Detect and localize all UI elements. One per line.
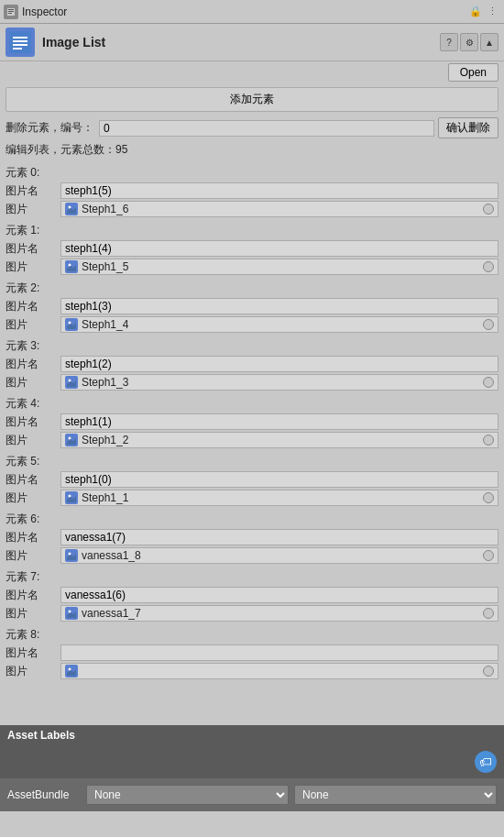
- field-row-image-0: 图片 Steph1_6: [5, 201, 499, 217]
- field-row-image-4: 图片 Steph1_2: [5, 432, 499, 448]
- delete-row: 删除元素，编号： 0 确认删除: [5, 117, 499, 138]
- field-label-image-0: 图片: [5, 202, 60, 217]
- field-input-imagename-3[interactable]: [60, 356, 499, 372]
- field-input-image-1: Steph1_5: [60, 259, 499, 275]
- asset-bundle-section: AssetBundle None None: [0, 778, 504, 811]
- field-input-imagename-8[interactable]: [60, 644, 499, 661]
- elements-container: 元素 0: 图片名 图片 Steph1_6 元素 1: 图片名: [5, 165, 499, 679]
- help-icon[interactable]: ?: [440, 33, 458, 51]
- element-block-4: 元素 4: 图片名 图片 Steph1_2: [5, 396, 499, 448]
- field-row-imagename-5: 图片名: [5, 471, 499, 488]
- field-label-image-8: 图片: [5, 664, 60, 679]
- field-input-image-5: Steph1_1: [60, 490, 499, 506]
- element-label-8: 元素 8:: [5, 627, 499, 643]
- asset-icon: [5, 28, 35, 57]
- field-input-imagename-2[interactable]: [60, 298, 499, 314]
- settings-icon[interactable]: ⚙: [460, 33, 478, 51]
- header-row: Image List ? ⚙ ▲: [0, 24, 504, 61]
- element-block-3: 元素 3: 图片名 图片 Steph1_3: [5, 338, 499, 391]
- lock-icon[interactable]: 🔒: [467, 4, 484, 20]
- title-bar-label: Inspector: [22, 6, 67, 18]
- field-label-imagename-3: 图片名: [5, 357, 60, 372]
- image-value-4: Steph1_2: [82, 434, 128, 446]
- image-value-6: vanessa1_8: [82, 549, 141, 562]
- svg-rect-7: [13, 40, 27, 42]
- confirm-delete-button[interactable]: 确认删除: [438, 117, 499, 138]
- image-thumbnail-icon-6: [65, 549, 78, 562]
- field-label-image-3: 图片: [5, 375, 60, 391]
- add-element-button[interactable]: 添加元素: [5, 87, 499, 112]
- edit-info: 编辑列表，元素总数：95: [5, 142, 499, 158]
- main-content[interactable]: 添加元素 删除元素，编号： 0 确认删除 编辑列表，元素总数：95 元素 0: …: [0, 83, 504, 725]
- field-input-imagename-7[interactable]: [60, 587, 499, 603]
- svg-rect-2: [8, 9, 14, 10]
- image-value-0: Steph1_6: [82, 203, 128, 215]
- svg-rect-4: [8, 13, 12, 14]
- field-label-imagename-6: 图片名: [5, 530, 60, 545]
- delete-label: 删除元素，编号：: [5, 120, 93, 136]
- field-label-image-7: 图片: [5, 606, 60, 622]
- pick-circle-5[interactable]: [483, 492, 494, 503]
- field-row-imagename-3: 图片名: [5, 356, 499, 372]
- field-row-imagename-8: 图片名: [5, 644, 499, 661]
- field-input-image-6: vanessa1_8: [60, 547, 499, 564]
- pick-circle-8[interactable]: [483, 666, 494, 677]
- open-button-row: Open: [0, 61, 504, 83]
- image-thumbnail-icon-1: [65, 260, 78, 273]
- field-input-imagename-5[interactable]: [60, 471, 499, 488]
- pick-circle-4[interactable]: [483, 435, 494, 446]
- field-row-imagename-1: 图片名: [5, 240, 499, 257]
- header-icons: ? ⚙ ▲: [440, 33, 499, 51]
- asset-bundle-label: AssetBundle: [7, 788, 81, 801]
- field-label-imagename-7: 图片名: [5, 588, 60, 603]
- element-label-7: 元素 7:: [5, 569, 499, 585]
- delete-index-input[interactable]: 0: [99, 120, 434, 137]
- pick-circle-3[interactable]: [483, 377, 494, 388]
- field-label-imagename-4: 图片名: [5, 414, 60, 430]
- field-input-imagename-0[interactable]: [60, 182, 499, 199]
- arrow-up-icon[interactable]: ▲: [480, 33, 499, 51]
- image-thumbnail-icon-8: [65, 665, 78, 677]
- field-input-imagename-4[interactable]: [60, 413, 499, 430]
- image-thumbnail-icon-3: [65, 376, 78, 389]
- title-bar: Inspector 🔒 ⋮: [0, 0, 504, 24]
- field-input-image-2: Steph1_4: [60, 316, 499, 333]
- open-button[interactable]: Open: [448, 63, 499, 82]
- asset-labels-label: Asset Labels: [7, 729, 75, 742]
- field-row-imagename-4: 图片名: [5, 413, 499, 430]
- asset-labels-content: 🏷: [0, 745, 504, 778]
- pick-circle-1[interactable]: [483, 261, 494, 272]
- field-label-imagename-5: 图片名: [5, 472, 60, 488]
- asset-bundle-select-1[interactable]: None: [86, 785, 289, 805]
- field-input-image-3: Steph1_3: [60, 374, 499, 391]
- inspector-window-icon: [4, 5, 18, 19]
- pick-circle-2[interactable]: [483, 319, 494, 330]
- pick-circle-6[interactable]: [483, 550, 494, 561]
- pick-circle-7[interactable]: [483, 608, 494, 619]
- field-label-image-1: 图片: [5, 259, 60, 275]
- field-row-image-8: 图片: [5, 663, 499, 679]
- asset-labels-section: Asset Labels: [0, 725, 504, 745]
- field-input-imagename-1[interactable]: [60, 240, 499, 257]
- element-label-1: 元素 1:: [5, 223, 499, 238]
- field-row-image-3: 图片 Steph1_3: [5, 374, 499, 391]
- image-value-3: Steph1_3: [82, 376, 128, 389]
- element-label-4: 元素 4:: [5, 396, 499, 412]
- svg-rect-3: [8, 11, 14, 12]
- image-thumbnail-icon-4: [65, 434, 78, 446]
- element-label-6: 元素 6:: [5, 512, 499, 527]
- image-thumbnail-icon-2: [65, 318, 78, 331]
- field-row-image-2: 图片 Steph1_4: [5, 316, 499, 333]
- pick-circle-0[interactable]: [483, 204, 494, 215]
- element-block-2: 元素 2: 图片名 图片 Steph1_4: [5, 281, 499, 333]
- more-options-icon[interactable]: ⋮: [484, 4, 500, 20]
- svg-rect-6: [13, 37, 27, 39]
- field-label-image-5: 图片: [5, 490, 60, 506]
- svg-rect-8: [13, 44, 27, 46]
- field-row-image-6: 图片 vanessa1_8: [5, 547, 499, 564]
- field-row-imagename-2: 图片名: [5, 298, 499, 314]
- asset-bundle-select-2[interactable]: None: [294, 785, 497, 805]
- field-input-imagename-6[interactable]: [60, 529, 499, 545]
- asset-tag-icon[interactable]: 🏷: [475, 751, 497, 773]
- element-label-3: 元素 3:: [5, 338, 499, 354]
